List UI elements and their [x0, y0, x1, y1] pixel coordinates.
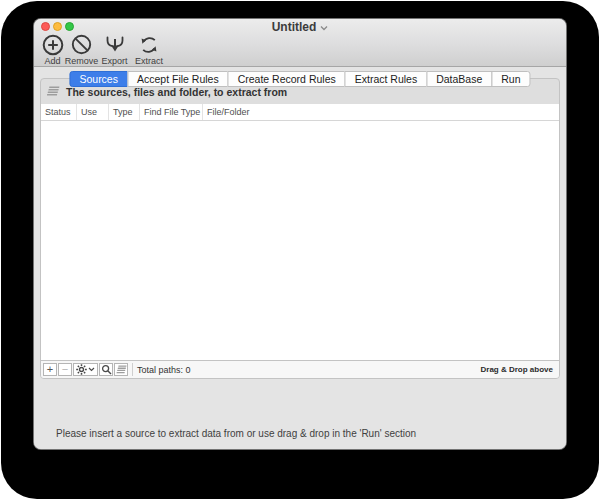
column-header-file-folder[interactable]: File/Folder [203, 104, 559, 120]
add-circle-icon [42, 33, 64, 56]
export-merge-arrow-icon [103, 33, 127, 56]
sources-table-body[interactable] [41, 121, 559, 360]
window-body: Sources Accept File Rules Create Record … [34, 67, 566, 449]
sources-table: Status Use Type Find File Type File/Fold… [41, 104, 559, 360]
search-button[interactable] [99, 363, 113, 376]
extract-button[interactable]: Extract [131, 33, 167, 66]
remove-path-button[interactable]: − [58, 363, 72, 376]
extract-cycle-icon [139, 33, 159, 56]
tab-create-record-rules[interactable]: Create Record Rules [228, 71, 346, 87]
list-view-button[interactable] [114, 363, 128, 376]
sources-footer-bar: + − [41, 360, 559, 378]
black-backdrop: Untitled Add [1, 1, 599, 499]
tab-accept-file-rules[interactable]: Accept File Rules [127, 71, 229, 87]
column-header-status[interactable]: Status [41, 104, 77, 120]
status-message: Please insert a source to extract data f… [56, 428, 416, 439]
add-button[interactable]: Add [40, 33, 65, 66]
sources-panel: The sources, files and folder, to extrac… [40, 78, 560, 379]
total-paths-label: Total paths: 0 [137, 365, 481, 375]
app-window: Untitled Add [34, 19, 566, 449]
tab-database[interactable]: DataBase [426, 71, 492, 87]
gear-icon [76, 364, 87, 375]
sources-table-header: Status Use Type Find File Type File/Fold… [41, 104, 559, 121]
export-button[interactable]: Export [98, 33, 131, 66]
toolbar-label-remove: Remove [65, 56, 99, 66]
window-header: Untitled Add [34, 19, 566, 67]
search-icon [101, 364, 112, 375]
toolbar-label-add: Add [44, 56, 60, 66]
toolbar-label-extract: Extract [135, 56, 163, 66]
list-icon [116, 365, 127, 374]
sources-panel-title: The sources, files and folder, to extrac… [66, 86, 287, 98]
remove-button[interactable]: Remove [65, 33, 98, 66]
add-path-button[interactable]: + [43, 363, 57, 376]
footer-separator [132, 363, 133, 376]
column-header-type[interactable]: Type [109, 104, 140, 120]
tab-sources[interactable]: Sources [69, 71, 128, 87]
tab-extract-rules[interactable]: Extract Rules [345, 71, 427, 87]
title-chevron-down-icon[interactable] [320, 25, 328, 31]
action-menu-button[interactable] [73, 363, 98, 376]
column-header-use[interactable]: Use [77, 104, 109, 120]
drag-drop-hint: Drag & Drop above [481, 365, 553, 374]
toolbar: Add Remove [40, 33, 167, 66]
chevron-down-icon [88, 367, 95, 372]
window-title-text: Untitled [272, 20, 317, 34]
column-header-find-file-type[interactable]: Find File Type [140, 104, 203, 120]
remove-prohibit-icon [71, 33, 92, 56]
toolbar-label-export: Export [101, 56, 127, 66]
list-icon [46, 86, 60, 97]
window-title: Untitled [34, 20, 566, 34]
tab-bar: Sources Accept File Rules Create Record … [69, 71, 530, 87]
tab-run[interactable]: Run [491, 71, 530, 87]
